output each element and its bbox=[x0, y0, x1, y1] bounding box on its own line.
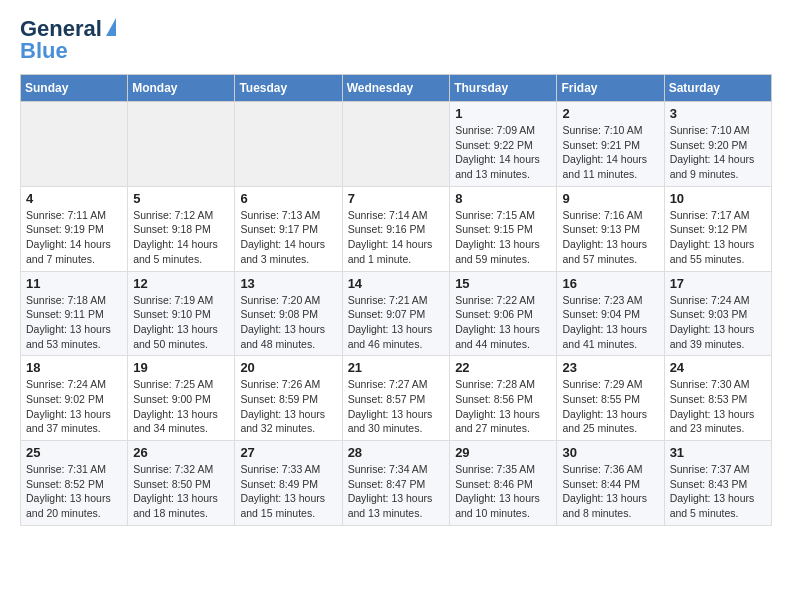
day-number: 10 bbox=[670, 191, 766, 206]
calendar-cell: 23Sunrise: 7:29 AM Sunset: 8:55 PM Dayli… bbox=[557, 356, 664, 441]
calendar-cell: 7Sunrise: 7:14 AM Sunset: 9:16 PM Daylig… bbox=[342, 186, 450, 271]
calendar-cell: 29Sunrise: 7:35 AM Sunset: 8:46 PM Dayli… bbox=[450, 441, 557, 526]
day-info: Sunrise: 7:10 AM Sunset: 9:20 PM Dayligh… bbox=[670, 123, 766, 182]
day-info: Sunrise: 7:33 AM Sunset: 8:49 PM Dayligh… bbox=[240, 462, 336, 521]
day-info: Sunrise: 7:09 AM Sunset: 9:22 PM Dayligh… bbox=[455, 123, 551, 182]
day-info: Sunrise: 7:25 AM Sunset: 9:00 PM Dayligh… bbox=[133, 377, 229, 436]
day-info: Sunrise: 7:36 AM Sunset: 8:44 PM Dayligh… bbox=[562, 462, 658, 521]
day-info: Sunrise: 7:30 AM Sunset: 8:53 PM Dayligh… bbox=[670, 377, 766, 436]
calendar-cell: 4Sunrise: 7:11 AM Sunset: 9:19 PM Daylig… bbox=[21, 186, 128, 271]
day-number: 12 bbox=[133, 276, 229, 291]
day-number: 7 bbox=[348, 191, 445, 206]
calendar-cell: 19Sunrise: 7:25 AM Sunset: 9:00 PM Dayli… bbox=[128, 356, 235, 441]
day-number: 2 bbox=[562, 106, 658, 121]
calendar-cell: 15Sunrise: 7:22 AM Sunset: 9:06 PM Dayli… bbox=[450, 271, 557, 356]
logo: General Blue bbox=[20, 16, 116, 64]
day-info: Sunrise: 7:22 AM Sunset: 9:06 PM Dayligh… bbox=[455, 293, 551, 352]
calendar-cell bbox=[235, 102, 342, 187]
day-number: 26 bbox=[133, 445, 229, 460]
day-number: 6 bbox=[240, 191, 336, 206]
calendar-cell: 10Sunrise: 7:17 AM Sunset: 9:12 PM Dayli… bbox=[664, 186, 771, 271]
weekday-header-thursday: Thursday bbox=[450, 75, 557, 102]
calendar-week-2: 4Sunrise: 7:11 AM Sunset: 9:19 PM Daylig… bbox=[21, 186, 772, 271]
calendar-cell: 16Sunrise: 7:23 AM Sunset: 9:04 PM Dayli… bbox=[557, 271, 664, 356]
calendar-cell: 5Sunrise: 7:12 AM Sunset: 9:18 PM Daylig… bbox=[128, 186, 235, 271]
calendar-cell: 31Sunrise: 7:37 AM Sunset: 8:43 PM Dayli… bbox=[664, 441, 771, 526]
calendar-cell: 14Sunrise: 7:21 AM Sunset: 9:07 PM Dayli… bbox=[342, 271, 450, 356]
calendar-cell: 13Sunrise: 7:20 AM Sunset: 9:08 PM Dayli… bbox=[235, 271, 342, 356]
day-info: Sunrise: 7:11 AM Sunset: 9:19 PM Dayligh… bbox=[26, 208, 122, 267]
day-number: 4 bbox=[26, 191, 122, 206]
day-number: 9 bbox=[562, 191, 658, 206]
day-info: Sunrise: 7:14 AM Sunset: 9:16 PM Dayligh… bbox=[348, 208, 445, 267]
day-info: Sunrise: 7:24 AM Sunset: 9:03 PM Dayligh… bbox=[670, 293, 766, 352]
day-info: Sunrise: 7:20 AM Sunset: 9:08 PM Dayligh… bbox=[240, 293, 336, 352]
calendar-cell: 18Sunrise: 7:24 AM Sunset: 9:02 PM Dayli… bbox=[21, 356, 128, 441]
calendar-cell bbox=[342, 102, 450, 187]
calendar-cell: 25Sunrise: 7:31 AM Sunset: 8:52 PM Dayli… bbox=[21, 441, 128, 526]
day-number: 18 bbox=[26, 360, 122, 375]
calendar-table: SundayMondayTuesdayWednesdayThursdayFrid… bbox=[20, 74, 772, 526]
weekday-header-friday: Friday bbox=[557, 75, 664, 102]
day-number: 31 bbox=[670, 445, 766, 460]
day-number: 13 bbox=[240, 276, 336, 291]
day-number: 30 bbox=[562, 445, 658, 460]
day-number: 8 bbox=[455, 191, 551, 206]
day-info: Sunrise: 7:19 AM Sunset: 9:10 PM Dayligh… bbox=[133, 293, 229, 352]
page-header: General Blue bbox=[20, 16, 772, 64]
day-info: Sunrise: 7:34 AM Sunset: 8:47 PM Dayligh… bbox=[348, 462, 445, 521]
day-number: 22 bbox=[455, 360, 551, 375]
weekday-header-saturday: Saturday bbox=[664, 75, 771, 102]
calendar-cell: 21Sunrise: 7:27 AM Sunset: 8:57 PM Dayli… bbox=[342, 356, 450, 441]
calendar-cell: 24Sunrise: 7:30 AM Sunset: 8:53 PM Dayli… bbox=[664, 356, 771, 441]
calendar-cell: 20Sunrise: 7:26 AM Sunset: 8:59 PM Dayli… bbox=[235, 356, 342, 441]
weekday-header-monday: Monday bbox=[128, 75, 235, 102]
day-info: Sunrise: 7:28 AM Sunset: 8:56 PM Dayligh… bbox=[455, 377, 551, 436]
day-number: 17 bbox=[670, 276, 766, 291]
day-number: 11 bbox=[26, 276, 122, 291]
day-info: Sunrise: 7:27 AM Sunset: 8:57 PM Dayligh… bbox=[348, 377, 445, 436]
calendar-week-5: 25Sunrise: 7:31 AM Sunset: 8:52 PM Dayli… bbox=[21, 441, 772, 526]
day-info: Sunrise: 7:12 AM Sunset: 9:18 PM Dayligh… bbox=[133, 208, 229, 267]
calendar-cell: 3Sunrise: 7:10 AM Sunset: 9:20 PM Daylig… bbox=[664, 102, 771, 187]
calendar-cell: 2Sunrise: 7:10 AM Sunset: 9:21 PM Daylig… bbox=[557, 102, 664, 187]
day-number: 16 bbox=[562, 276, 658, 291]
day-info: Sunrise: 7:10 AM Sunset: 9:21 PM Dayligh… bbox=[562, 123, 658, 182]
calendar-cell: 9Sunrise: 7:16 AM Sunset: 9:13 PM Daylig… bbox=[557, 186, 664, 271]
day-info: Sunrise: 7:13 AM Sunset: 9:17 PM Dayligh… bbox=[240, 208, 336, 267]
calendar-week-1: 1Sunrise: 7:09 AM Sunset: 9:22 PM Daylig… bbox=[21, 102, 772, 187]
calendar-cell: 22Sunrise: 7:28 AM Sunset: 8:56 PM Dayli… bbox=[450, 356, 557, 441]
day-number: 28 bbox=[348, 445, 445, 460]
calendar-cell: 26Sunrise: 7:32 AM Sunset: 8:50 PM Dayli… bbox=[128, 441, 235, 526]
day-info: Sunrise: 7:32 AM Sunset: 8:50 PM Dayligh… bbox=[133, 462, 229, 521]
day-number: 21 bbox=[348, 360, 445, 375]
calendar-cell: 27Sunrise: 7:33 AM Sunset: 8:49 PM Dayli… bbox=[235, 441, 342, 526]
weekday-header-tuesday: Tuesday bbox=[235, 75, 342, 102]
day-number: 23 bbox=[562, 360, 658, 375]
day-number: 19 bbox=[133, 360, 229, 375]
weekday-header-row: SundayMondayTuesdayWednesdayThursdayFrid… bbox=[21, 75, 772, 102]
day-number: 25 bbox=[26, 445, 122, 460]
calendar-week-4: 18Sunrise: 7:24 AM Sunset: 9:02 PM Dayli… bbox=[21, 356, 772, 441]
day-number: 20 bbox=[240, 360, 336, 375]
calendar-cell bbox=[21, 102, 128, 187]
day-number: 29 bbox=[455, 445, 551, 460]
logo-triangle-icon bbox=[106, 18, 116, 36]
weekday-header-sunday: Sunday bbox=[21, 75, 128, 102]
calendar-cell: 6Sunrise: 7:13 AM Sunset: 9:17 PM Daylig… bbox=[235, 186, 342, 271]
calendar-cell: 28Sunrise: 7:34 AM Sunset: 8:47 PM Dayli… bbox=[342, 441, 450, 526]
day-number: 14 bbox=[348, 276, 445, 291]
day-info: Sunrise: 7:18 AM Sunset: 9:11 PM Dayligh… bbox=[26, 293, 122, 352]
day-number: 1 bbox=[455, 106, 551, 121]
calendar-cell: 1Sunrise: 7:09 AM Sunset: 9:22 PM Daylig… bbox=[450, 102, 557, 187]
day-number: 15 bbox=[455, 276, 551, 291]
day-info: Sunrise: 7:26 AM Sunset: 8:59 PM Dayligh… bbox=[240, 377, 336, 436]
calendar-cell: 17Sunrise: 7:24 AM Sunset: 9:03 PM Dayli… bbox=[664, 271, 771, 356]
day-info: Sunrise: 7:17 AM Sunset: 9:12 PM Dayligh… bbox=[670, 208, 766, 267]
day-info: Sunrise: 7:24 AM Sunset: 9:02 PM Dayligh… bbox=[26, 377, 122, 436]
day-number: 24 bbox=[670, 360, 766, 375]
calendar-cell: 30Sunrise: 7:36 AM Sunset: 8:44 PM Dayli… bbox=[557, 441, 664, 526]
calendar-cell bbox=[128, 102, 235, 187]
day-info: Sunrise: 7:16 AM Sunset: 9:13 PM Dayligh… bbox=[562, 208, 658, 267]
day-number: 27 bbox=[240, 445, 336, 460]
